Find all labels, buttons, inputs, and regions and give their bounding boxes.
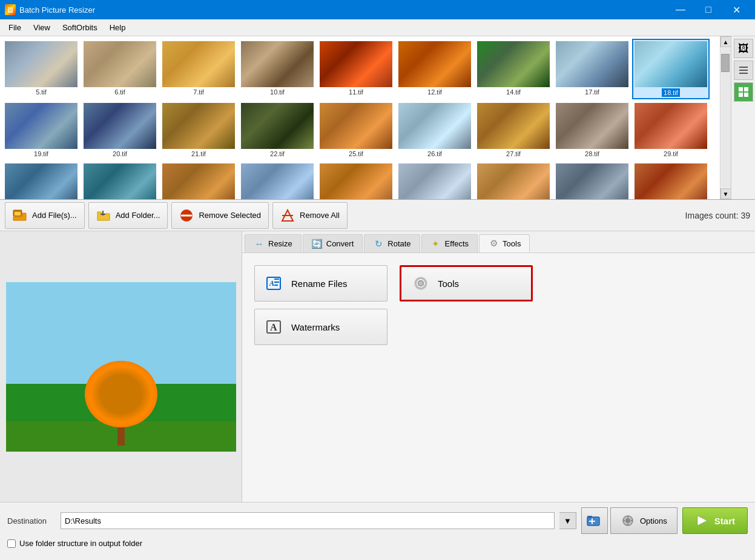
rename-files-label: Rename Files [291,278,348,289]
folder-structure-row: Use folder structure in output folder [7,539,748,548]
svg-rect-17 [274,278,279,280]
tab-tools[interactable]: ⚙ Tools [479,234,530,252]
start-button[interactable]: Start [682,507,748,534]
thumb-38tif[interactable]: 38.tif [396,161,473,199]
thumb-35tif[interactable]: 35.tif [239,161,316,199]
tabs-bar: ↔ Resize 🔄 Convert ↻ Rotate ✦ Effects ⚙ … [242,231,755,253]
thumb-11tif[interactable]: 11.tif [317,39,395,99]
scroll-up-arrow[interactable]: ▲ [720,36,731,47]
remove-selected-label: Remove Selected [199,211,261,220]
tools-tab-icon: ⚙ [488,238,499,249]
svg-rect-4 [744,87,748,91]
destination-label: Destination [7,516,56,525]
close-button[interactable]: ✕ [722,0,750,19]
thumb-33tif[interactable]: 33.tif [160,161,237,199]
thumb-14tif[interactable]: 14.tif [475,39,552,99]
svg-rect-11 [101,214,105,215]
menu-help[interactable]: Help [104,21,132,35]
minimize-button[interactable]: — [667,0,694,19]
svg-rect-26 [587,516,592,518]
grid-scrollbar[interactable]: ▲ ▼ [720,36,731,199]
thumb-20tif[interactable]: 20.tif [81,100,159,160]
thumb-21tif[interactable]: 21.tif [160,100,237,160]
scroll-down-arrow[interactable]: ▼ [720,188,731,199]
browse-button[interactable] [581,507,608,534]
thumb-28tif[interactable]: 28.tif [553,100,631,160]
thumb-label: 25.tif [349,150,363,157]
thumb-26tif[interactable]: 26.tif [396,100,473,160]
add-files-button[interactable]: Add File(s)... [5,202,85,229]
folder-structure-checkbox[interactable] [7,539,16,548]
thumb-27tif[interactable]: 27.tif [475,100,552,160]
thumb-17tif[interactable]: 17.tif [553,39,631,99]
menu-bar: File View SoftOrbits Help [0,19,755,36]
thumb-6tif[interactable]: 6.tif [81,39,159,99]
tools-label: Tools [438,278,459,289]
destination-dropdown[interactable]: ▼ [559,512,576,529]
thumb-32tif[interactable]: 32.tif [81,161,159,199]
thumb-29tif[interactable]: 29.tif [632,100,710,160]
watermarks-button[interactable]: A Watermarks [254,309,387,345]
thumb-25tif[interactable]: 25.tif [317,100,395,160]
thumb-label: 29.tif [664,150,678,157]
title-bar-controls: — □ ✕ [667,0,750,19]
scroll-thumb[interactable] [721,54,730,72]
title-bar: 🖼 Batch Picture Resizer — □ ✕ [0,0,755,19]
svg-point-24 [418,281,424,286]
thumb-7tif[interactable]: 7.tif [160,39,237,99]
menu-file[interactable]: File [2,21,27,35]
thumb-19tif[interactable]: 19.tif [2,100,80,160]
app-title: Batch Picture Resizer [19,5,95,15]
thumb-autumn-lake[interactable]: autumn lake.tif [632,161,710,199]
view-controls: 🖼 [731,36,755,199]
thumb-10tif[interactable]: 10.tif [239,39,316,99]
tab-rotate[interactable]: ↻ Rotate [364,234,420,252]
thumb-18tif[interactable]: 18.tif [632,39,710,99]
list-view-btn[interactable] [734,61,753,80]
image-row: 30.tif 32.tif 33.tif 35.tif 37.tif 38.ti… [2,161,717,199]
large-thumbnail-view-btn[interactable]: 🖼 [734,39,753,58]
thumb-label: 27.tif [506,150,521,157]
grid-view-btn[interactable] [734,82,753,102]
scroll-track[interactable] [721,48,731,188]
tab-convert[interactable]: 🔄 Convert [303,234,363,252]
image-grid[interactable]: 5.tif 6.tif 7.tif 10.tif 11.tif 12.tif [0,36,720,199]
tab-resize[interactable]: ↔ Resize [245,234,302,252]
thumb-5tif[interactable]: 5.tif [2,39,80,99]
tab-tools-label: Tools [503,239,521,248]
convert-tab-icon: 🔄 [312,239,323,249]
tools-button[interactable]: Tools [400,265,533,301]
thumb-label: 18.tif [662,88,680,97]
thumb-22tif[interactable]: 22.tif [239,100,316,160]
right-panel: ↔ Resize 🔄 Convert ↻ Rotate ✦ Effects ⚙ … [242,231,755,502]
maximize-button[interactable]: □ [694,0,722,19]
svg-rect-13 [282,215,293,216]
remove-all-button[interactable]: Remove All [272,202,348,229]
thumb-label: 21.tif [191,150,206,157]
thumb-label: 22.tif [270,150,285,157]
menu-view[interactable]: View [27,21,56,35]
thumb-12tif[interactable]: 12.tif [396,39,473,99]
menu-softorbits[interactable]: SoftOrbits [56,21,104,35]
remove-selected-button[interactable]: Remove Selected [171,202,269,229]
thumb-37tif[interactable]: 37.tif [317,161,395,199]
thumb-39tif[interactable]: 39.tif [475,161,552,199]
title-bar-left: 🖼 Batch Picture Resizer [5,4,95,15]
tab-effects[interactable]: ✦ Effects [421,234,478,252]
add-files-icon [13,208,27,223]
preview-panel [0,231,242,502]
thumb-40tif[interactable]: 40.tif [553,161,631,199]
options-button[interactable]: Options [610,507,678,534]
svg-rect-6 [744,93,748,97]
thumb-label: 17.tif [585,88,599,96]
thumb-30tif[interactable]: 30.tif [2,161,80,199]
svg-rect-0 [739,67,748,68]
rename-files-button[interactable]: A Rename Files [254,265,387,301]
add-folder-button[interactable]: Add Folder... [88,202,168,229]
thumb-label: 20.tif [113,150,127,157]
destination-input[interactable] [61,512,555,529]
image-grid-container: 5.tif 6.tif 7.tif 10.tif 11.tif 12.tif [0,36,755,200]
thumb-label: 14.tif [506,88,521,96]
thumb-label: 26.tif [427,150,442,157]
app-icon: 🖼 [5,4,16,15]
